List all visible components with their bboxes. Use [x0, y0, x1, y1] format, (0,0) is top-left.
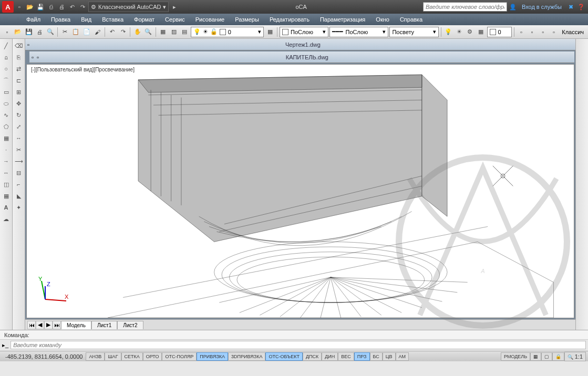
- linetype-selector[interactable]: ━━━ ПоСлою ▾: [329, 27, 388, 37]
- move-icon[interactable]: ✥: [14, 98, 24, 109]
- tab-next-icon[interactable]: ▶: [44, 321, 53, 329]
- menu-format[interactable]: Формат: [129, 14, 160, 25]
- chamfer-icon[interactable]: ◣: [14, 191, 24, 201]
- status-привязка[interactable]: ПРИВЯЗКА: [197, 352, 228, 361]
- scale-button[interactable]: 🔍 1:1: [564, 352, 586, 361]
- tb-layer3-icon[interactable]: ▤: [180, 27, 190, 37]
- layer-selector[interactable]: 💡 ☀ 🔓 0 ▾: [191, 27, 264, 37]
- rotate-icon[interactable]: ↻: [14, 110, 24, 120]
- sb-grid-icon[interactable]: ▦: [530, 352, 541, 361]
- scale-icon[interactable]: ⤢: [14, 121, 24, 132]
- status-3dпривязка[interactable]: 3DПРИВЯЗКА: [228, 352, 265, 361]
- rect-icon[interactable]: ▭: [1, 87, 12, 97]
- status-ам[interactable]: АМ: [396, 352, 409, 361]
- polyline-icon[interactable]: ⩍: [1, 52, 12, 62]
- tb-preview-icon[interactable]: 🔍: [46, 27, 56, 37]
- tb-r2-icon[interactable]: ▫: [527, 27, 537, 37]
- tb-match-icon[interactable]: 🖌: [92, 27, 102, 37]
- tb-r4-icon[interactable]: ▫: [549, 27, 559, 37]
- sb-lock-icon[interactable]: 🔒: [552, 352, 564, 361]
- line-icon[interactable]: ╱: [1, 40, 12, 51]
- status-цв[interactable]: ЦВ: [383, 352, 396, 361]
- revision-icon[interactable]: ☁: [1, 214, 12, 224]
- status-орто[interactable]: ОРТО: [143, 352, 162, 361]
- menu-draw[interactable]: Рисование: [190, 14, 230, 25]
- menu-view[interactable]: Вид: [76, 14, 97, 25]
- fillet-icon[interactable]: ⌐: [14, 179, 24, 190]
- search-icon[interactable]: 👤: [508, 2, 518, 12]
- menu-window[interactable]: Окно: [370, 14, 395, 25]
- tb-cut-icon[interactable]: ✂: [60, 27, 70, 37]
- qat-print-icon[interactable]: 🖨: [57, 2, 66, 12]
- sb-max-icon[interactable]: ▢: [541, 352, 552, 361]
- status-отс-объект[interactable]: ОТС-ОБЪЕКТ: [265, 352, 302, 361]
- extend-icon[interactable]: ⟶: [14, 156, 24, 166]
- menu-service[interactable]: Сервис: [160, 14, 190, 25]
- menu-edit[interactable]: Правка: [46, 14, 76, 25]
- mirror-icon[interactable]: ⇄: [14, 64, 24, 74]
- status-шаг[interactable]: ШАГ: [105, 352, 121, 361]
- qat-more-icon[interactable]: ▸: [170, 2, 179, 12]
- status-анзв[interactable]: АНЗВ: [86, 352, 105, 361]
- canvas[interactable]: [-][Пользовательский вид][Просвечивание]: [26, 64, 574, 318]
- tb-paste-icon[interactable]: 📄: [82, 27, 92, 37]
- qat-redo-icon[interactable]: ↷: [78, 2, 87, 12]
- tab-sheet2[interactable]: Лист2: [117, 321, 143, 329]
- hatch-icon[interactable]: ▦: [1, 133, 12, 143]
- tb-layer1-icon[interactable]: ▦: [158, 27, 168, 37]
- tb-misc2-icon[interactable]: ☀: [454, 27, 464, 37]
- qat-new-icon[interactable]: ▫: [15, 2, 24, 12]
- tb-copy-icon[interactable]: 📋: [71, 27, 81, 37]
- menu-help[interactable]: Справка: [395, 14, 428, 25]
- menu-parametric[interactable]: Параметризация: [315, 14, 370, 25]
- array-icon[interactable]: ⊞: [14, 87, 24, 97]
- qat-saveas-icon[interactable]: ⎙: [46, 2, 56, 12]
- tb-layer2-icon[interactable]: ▨: [169, 27, 179, 37]
- tb-r3-icon[interactable]: ▫: [538, 27, 548, 37]
- model-space-button[interactable]: РМОДЕЛЬ: [501, 352, 530, 361]
- tb-layermgr-icon[interactable]: ▦: [265, 27, 275, 37]
- qat-undo-icon[interactable]: ↶: [67, 2, 77, 12]
- ellipse-icon[interactable]: ⬭: [1, 98, 12, 109]
- menu-modify[interactable]: Редактировать: [264, 14, 315, 25]
- tab-last-icon[interactable]: ⏭: [53, 321, 61, 329]
- tb-undo-icon[interactable]: ↶: [107, 27, 117, 37]
- color-selector[interactable]: ПоСлою ▾: [280, 27, 328, 37]
- tb-save-icon[interactable]: 💾: [24, 27, 34, 37]
- trim-icon[interactable]: ✂: [14, 144, 24, 155]
- offset-icon[interactable]: ⊏: [14, 75, 24, 86]
- tb-r1-icon[interactable]: ▫: [517, 27, 527, 37]
- tb-new-icon[interactable]: ▫: [2, 27, 12, 37]
- command-input[interactable]: [11, 341, 586, 349]
- mtext-icon[interactable]: A: [1, 202, 12, 213]
- explode-icon[interactable]: ✦: [14, 202, 24, 213]
- tb-misc1-icon[interactable]: 💡: [443, 27, 453, 37]
- break-icon[interactable]: ⊟: [14, 168, 24, 178]
- arc-icon[interactable]: ⌒: [1, 75, 12, 86]
- status-прз[interactable]: ПРЗ: [354, 352, 370, 361]
- tab-prev-icon[interactable]: ◀: [36, 321, 44, 329]
- ray-icon[interactable]: →: [1, 156, 12, 166]
- qat-save-icon[interactable]: 💾: [36, 2, 45, 12]
- tb-pan-icon[interactable]: ✋: [132, 27, 142, 37]
- tb-open-icon[interactable]: 📂: [13, 27, 23, 37]
- status-сетка[interactable]: СЕТКА: [121, 352, 143, 361]
- qat-open-icon[interactable]: 📂: [25, 2, 35, 12]
- menu-insert[interactable]: Вставка: [97, 14, 129, 25]
- tab-sheet1[interactable]: Лист1: [91, 321, 117, 329]
- tb-misc4-icon[interactable]: ▦: [476, 27, 486, 37]
- table-icon[interactable]: ▦: [1, 191, 12, 201]
- tb-misc3-icon[interactable]: ⚙: [465, 27, 475, 37]
- lineweight-selector[interactable]: Посвету ▾: [389, 27, 438, 37]
- region-icon[interactable]: ◫: [1, 179, 12, 190]
- erase-icon[interactable]: ⌫: [14, 40, 24, 51]
- status-отс-поляр[interactable]: ОТС-ПОЛЯР: [162, 352, 197, 361]
- app-logo[interactable]: A: [2, 1, 14, 13]
- tb-redo-icon[interactable]: ↷: [118, 27, 128, 37]
- copy-icon[interactable]: ⎘: [14, 52, 24, 62]
- status-дпск[interactable]: ДПСК: [303, 352, 322, 361]
- stretch-icon[interactable]: ↔: [14, 133, 24, 143]
- workspace-selector[interactable]: ⚙ Классический AutoCAD ▾: [88, 2, 169, 12]
- status-вес[interactable]: ВЕС: [338, 352, 354, 361]
- misc-selector[interactable]: 0: [487, 27, 512, 37]
